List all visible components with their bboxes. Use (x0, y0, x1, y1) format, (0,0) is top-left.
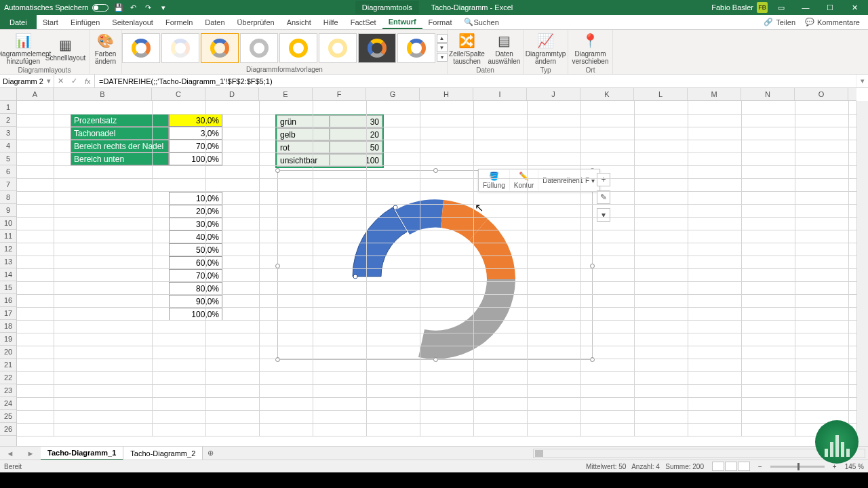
qat-more-icon[interactable]: ▾ (159, 3, 168, 12)
col-header-L[interactable]: L (634, 88, 688, 100)
minimize-button[interactable]: — (795, 0, 816, 15)
table-cell[interactable]: 20,0% (169, 205, 222, 218)
style-2[interactable] (161, 33, 199, 63)
cancel-icon[interactable]: ✕ (58, 77, 64, 85)
fx-icon[interactable]: fx (85, 77, 91, 85)
col-header-G[interactable]: G (366, 88, 420, 100)
col-header-J[interactable]: J (527, 88, 580, 100)
col-header-H[interactable]: H (420, 88, 473, 100)
col-header-F[interactable]: F (313, 88, 366, 100)
user-account[interactable]: Fabio Basler FB (711, 2, 768, 13)
tab-hilfe[interactable]: Hilfe (317, 15, 344, 29)
table-cell[interactable]: Bereich unten (71, 152, 169, 165)
tab-seitenlayout[interactable]: Seitenlayout (106, 15, 159, 29)
change-colors-button[interactable]: 🎨Farben ändern (91, 30, 121, 66)
row-header-24[interactable]: 24 (0, 397, 16, 410)
row-header-26[interactable]: 26 (0, 423, 16, 436)
col-header-M[interactable]: M (688, 88, 741, 100)
move-chart-button[interactable]: 📍Diagramm verschieben (570, 30, 611, 66)
col-header-I[interactable]: I (473, 88, 527, 100)
row-header-18[interactable]: 18 (0, 320, 16, 333)
col-header-C[interactable]: C (152, 88, 205, 100)
row-header-20[interactable]: 20 (0, 346, 16, 359)
row-header-7[interactable]: 7 (0, 178, 16, 191)
row-header-1[interactable]: 1 (0, 101, 16, 114)
chart-styles-button[interactable]: ✎ (597, 190, 610, 204)
row-header-11[interactable]: 11 (0, 230, 16, 243)
table-cell[interactable]: Tachonadel (71, 127, 169, 140)
mini-toolbar[interactable]: 🪣Füllung ✏️Kontur Datenreihen1 F▾ (478, 169, 600, 192)
redo-icon[interactable]: ↷ (144, 3, 153, 12)
table-cell[interactable]: Bereich rechts der Nadel (71, 140, 169, 152)
tab-einfuegen[interactable]: Einfügen (64, 15, 106, 29)
col-header-N[interactable]: N (741, 88, 795, 100)
formula-input[interactable]: =DATENREIHE(;;'Tacho-Diagramm_1'!$F$2:$F… (95, 75, 856, 87)
chart-object[interactable] (277, 170, 593, 360)
table-cell[interactable]: 100,0% (169, 152, 222, 165)
row-header-12[interactable]: 12 (0, 243, 16, 256)
tab-format[interactable]: Format (422, 15, 458, 29)
view-buttons[interactable] (712, 462, 750, 471)
row-header-10[interactable]: 10 (0, 217, 16, 230)
tab-start[interactable]: Start (37, 15, 64, 29)
tab-formeln[interactable]: Formeln (159, 15, 199, 29)
row-header-9[interactable]: 9 (0, 204, 16, 217)
col-header-D[interactable]: D (205, 88, 259, 100)
table-cell[interactable]: 40,0% (169, 230, 222, 243)
tab-daten[interactable]: Daten (199, 15, 231, 29)
style-4[interactable] (240, 33, 278, 63)
zoom-in-button[interactable]: + (833, 463, 837, 470)
row-header-23[interactable]: 23 (0, 384, 16, 397)
quick-layout-button[interactable]: ▦Schnelllayout (45, 35, 86, 63)
row-header-16[interactable]: 16 (0, 294, 16, 307)
col-header-B[interactable]: B (54, 88, 152, 100)
row-header-17[interactable]: 17 (0, 307, 16, 320)
share-button[interactable]: 🔗 Teilen (764, 18, 795, 26)
tab-datei[interactable]: Datei (0, 15, 37, 29)
confirm-icon[interactable]: ✓ (71, 77, 77, 85)
row-header-22[interactable]: 22 (0, 371, 16, 384)
style-1[interactable] (122, 33, 160, 63)
autosave-toggle[interactable]: Automatisches Speichern (4, 3, 108, 12)
table-cell[interactable]: 60,0% (169, 256, 222, 269)
tab-ansicht[interactable]: Ansicht (281, 15, 317, 29)
row-header-13[interactable]: 13 (0, 256, 16, 268)
horizontal-scrollbar[interactable] (533, 449, 865, 458)
table-cell[interactable]: 80,0% (169, 282, 222, 295)
row-header-6[interactable]: 6 (0, 165, 16, 178)
col-header-K[interactable]: K (580, 88, 634, 100)
row-header-15[interactable]: 15 (0, 281, 16, 294)
col-header-E[interactable]: E (259, 88, 313, 100)
row-header-3[interactable]: 3 (0, 127, 16, 140)
outline-button[interactable]: ✏️Kontur (510, 170, 538, 190)
tab-entwurf[interactable]: Entwurf (382, 15, 422, 29)
table-cell[interactable]: 30,0% (169, 114, 222, 127)
ribbon-options-icon[interactable]: ▭ (770, 0, 792, 15)
sheet-nav[interactable]: ◄► (0, 449, 41, 458)
save-icon[interactable]: 💾 (114, 3, 123, 12)
style-7[interactable] (358, 33, 396, 63)
col-header-O[interactable]: O (795, 88, 848, 100)
table-cell[interactable]: 70,0% (169, 140, 222, 152)
style-6[interactable] (319, 33, 357, 63)
chart-elements-button[interactable]: + (597, 173, 610, 186)
formula-expand-icon[interactable]: ▾ (856, 75, 868, 87)
table-cell[interactable]: 90,0% (169, 295, 222, 308)
maximize-button[interactable]: ☐ (819, 0, 841, 15)
table-cell[interactable]: 3,0% (169, 127, 222, 140)
row-header-19[interactable]: 19 (0, 333, 16, 346)
undo-icon[interactable]: ↶ (129, 3, 138, 12)
row-header-4[interactable]: 4 (0, 140, 16, 152)
row-header-8[interactable]: 8 (0, 191, 16, 204)
sheet-tab-2[interactable]: Tacho-Diagramm_2 (123, 447, 203, 460)
add-chart-element-button[interactable]: 📊Diagrammelement hinzufügen (3, 30, 44, 66)
table-cell[interactable]: 100,0% (169, 308, 222, 321)
add-sheet-button[interactable]: ⊕ (203, 449, 218, 458)
name-box[interactable]: Diagramm 2▾ (0, 75, 54, 87)
style-3[interactable] (201, 33, 239, 63)
select-all-corner[interactable] (0, 88, 17, 101)
row-header-21[interactable]: 21 (0, 359, 16, 371)
chart-filter-button[interactable]: ▾ (597, 208, 610, 222)
sheet-tab-1[interactable]: Tacho-Diagramm_1 (41, 447, 123, 460)
worksheet-grid[interactable]: ABCDEFGHIJKLMNO 123456789101112131415161… (0, 88, 868, 446)
